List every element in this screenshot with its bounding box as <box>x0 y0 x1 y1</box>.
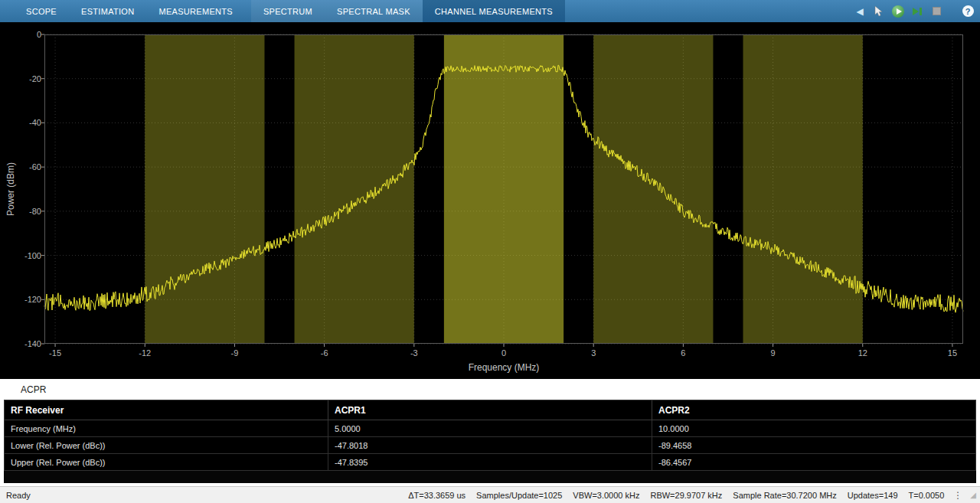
playback-controls: ◀ ? <box>854 0 974 22</box>
x-tick-label: 3 <box>578 348 609 358</box>
pointer-button[interactable] <box>873 3 885 20</box>
y-tick-label: -60 <box>15 162 41 171</box>
step-forward-bar-icon <box>920 8 922 15</box>
table-cell: Upper (Rel. Power (dBc)) <box>5 454 328 471</box>
toolbar-tabs: SCOPEESTIMATIONMEASUREMENTSSPECTRUMSPECT… <box>14 0 565 22</box>
table-cell: 10.0000 <box>652 420 976 437</box>
tab-spectral-mask[interactable]: SPECTRAL MASK <box>325 0 423 22</box>
pointer-icon <box>874 6 884 17</box>
run-icon <box>892 5 904 18</box>
measurement-band-main <box>444 34 564 344</box>
acpr-table: RF ReceiverACPR1ACPR2 Frequency (MHz)5.0… <box>4 400 976 471</box>
status-ready: Ready <box>6 491 31 500</box>
back-button[interactable]: ◀ <box>854 3 866 20</box>
table-cell: Frequency (MHz) <box>5 420 328 437</box>
step-forward-button[interactable] <box>911 3 923 20</box>
step-forward-icon <box>913 8 919 15</box>
tab-scope[interactable]: SCOPE <box>14 0 69 22</box>
y-tick-label: -80 <box>15 207 41 216</box>
status-field: Sample Rate=30.7200 MHz <box>733 491 836 500</box>
y-tick-label: -120 <box>15 295 41 304</box>
toolbar: SCOPEESTIMATIONMEASUREMENTSSPECTRUMSPECT… <box>0 0 980 22</box>
x-tick-label: -3 <box>399 348 430 358</box>
table-cell: -89.4658 <box>652 437 976 454</box>
table-row: Lower (Rel. Power (dBc))-47.8018-89.4658 <box>5 437 976 454</box>
status-field: VBW=3.0000 kHz <box>573 491 639 500</box>
status-field: T=0.0050 <box>909 491 945 500</box>
acpr-column-header: ACPR1 <box>328 400 652 420</box>
table-cell: -86.4567 <box>652 454 976 471</box>
tab-spectrum[interactable]: SPECTRUM <box>251 0 325 22</box>
acpr-table-container: RF ReceiverACPR1ACPR2 Frequency (MHz)5.0… <box>4 400 976 483</box>
spectrum-plot-svg <box>44 34 963 344</box>
x-tick-label: 0 <box>488 348 519 358</box>
x-tick-label: 9 <box>758 348 789 358</box>
x-tick-label: 6 <box>668 348 698 358</box>
acpr-section-title: ACPR <box>21 384 46 395</box>
x-tick-label: 15 <box>937 348 968 358</box>
acpr-table-body: Frequency (MHz)5.000010.0000Lower (Rel. … <box>5 420 976 471</box>
x-tick-label: -9 <box>219 348 250 358</box>
plot-panel: Power (dBm) Frequency (MHz) -15-12-9-6-3… <box>0 22 980 379</box>
table-cell: -47.8395 <box>328 454 652 471</box>
acpr-column-header: ACPR2 <box>652 400 976 420</box>
plot-area[interactable] <box>44 34 963 344</box>
contextual-tab-group: SPECTRUMSPECTRAL MASKCHANNEL MEASUREMENT… <box>251 0 565 22</box>
measurement-band-adjacent2 <box>743 34 863 344</box>
help-icon: ? <box>962 5 974 17</box>
table-cell: 5.0000 <box>328 420 652 437</box>
y-tick-label: -100 <box>15 251 41 260</box>
x-tick-label: -15 <box>40 348 70 358</box>
status-field: RBW=29.9707 kHz <box>650 491 722 500</box>
tab-measurements[interactable]: MEASUREMENTS <box>146 0 245 22</box>
help-button[interactable]: ? <box>962 3 974 20</box>
status-field: Samples/Update=1025 <box>476 491 562 500</box>
y-tick-label: -20 <box>15 74 41 83</box>
table-row: Frequency (MHz)5.000010.0000 <box>5 420 976 437</box>
acpr-column-header: RF Receiver <box>5 400 328 420</box>
table-row: Upper (Rel. Power (dBc))-47.8395-86.4567 <box>5 454 976 471</box>
table-cell: Lower (Rel. Power (dBc)) <box>5 437 328 454</box>
status-bar: Ready ΔT=33.3659 usSamples/Update=1025VB… <box>0 486 980 503</box>
x-axis-label: Frequency (MHz) <box>44 362 963 373</box>
y-tick-label: -40 <box>15 118 41 127</box>
tab-estimation[interactable]: ESTIMATION <box>69 0 146 22</box>
play-triangle-icon <box>897 8 902 15</box>
measurement-band-adjacent1 <box>295 34 414 344</box>
x-tick-label: -6 <box>309 348 340 358</box>
status-fields: ΔT=33.3659 usSamples/Update=1025VBW=3.00… <box>408 491 944 500</box>
measurement-band-adjacent1 <box>593 34 713 344</box>
measurement-band-adjacent2 <box>145 34 264 344</box>
status-field: Updates=149 <box>848 491 898 500</box>
kebab-menu-icon[interactable]: ⋮ <box>953 490 962 501</box>
acpr-panel: ACPR RF ReceiverACPR1ACPR2 Frequency (MH… <box>0 379 980 486</box>
tab-channel-measurements[interactable]: CHANNEL MEASUREMENTS <box>423 0 565 22</box>
x-tick-label: 12 <box>848 348 878 358</box>
back-icon: ◀ <box>856 7 863 16</box>
stop-button[interactable] <box>930 3 942 20</box>
acpr-table-head-row: RF ReceiverACPR1ACPR2 <box>5 400 976 420</box>
resize-grip-icon[interactable]: ◢ <box>970 491 976 499</box>
y-axis-label: Power (dBm) <box>5 34 16 344</box>
y-tick-label: -140 <box>15 339 41 348</box>
table-cell: -47.8018 <box>328 437 652 454</box>
stop-icon <box>933 7 941 15</box>
status-field: ΔT=33.3659 us <box>408 491 466 500</box>
y-tick-label: 0 <box>15 30 41 39</box>
x-tick-label: -12 <box>129 348 160 358</box>
run-button[interactable] <box>892 3 904 20</box>
